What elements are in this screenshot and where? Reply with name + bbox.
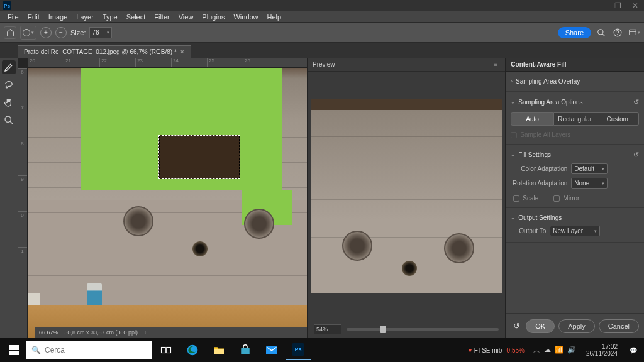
os-titlebar: Ps — ❐ ✕ <box>0 0 644 11</box>
sampling-custom[interactable]: Custom <box>596 112 639 126</box>
edge-icon[interactable] <box>180 340 205 360</box>
search-icon[interactable] <box>595 26 608 39</box>
preview-zoom-value[interactable]: 54% <box>314 324 341 334</box>
app-logo: Ps <box>3 1 11 10</box>
menu-bar: File Edit Image Layer Type Select Filter… <box>0 11 644 23</box>
panel-footer: ↺ OK Apply Cancel <box>506 313 644 338</box>
reset-icon[interactable]: ↺ <box>633 151 639 159</box>
menu-window[interactable]: Window <box>230 13 262 21</box>
panel-menu-icon[interactable]: ≡ <box>491 61 500 68</box>
menu-file[interactable]: File <box>4 13 23 21</box>
wifi-icon[interactable]: 📶 <box>555 346 564 355</box>
chevron-up-icon[interactable]: ︿ <box>533 346 540 355</box>
reset-icon[interactable]: ↺ <box>633 98 639 106</box>
maximize-button[interactable]: ❐ <box>611 1 624 10</box>
rot-adapt-dropdown[interactable]: None▾ <box>571 178 608 189</box>
output-settings-section[interactable]: ⌄Output Settings <box>511 212 639 224</box>
color-adapt-label: Color Adaptation <box>511 165 567 172</box>
fill-selection <box>158 135 240 179</box>
brush-size-input[interactable]: 76▾ <box>89 27 112 38</box>
menu-plugins[interactable]: Plugins <box>198 13 228 21</box>
fill-settings-section[interactable]: ⌄Fill Settings↺ <box>511 148 639 162</box>
document-tab[interactable]: Prato del Re_COTTAGE_012.jpeg @ 66,7% (R… <box>18 45 191 58</box>
system-tray[interactable]: ︿☁📶🔊 <box>531 346 579 355</box>
share-button[interactable]: Share <box>558 27 591 38</box>
sampling-options-section[interactable]: ⌄Sampling Area Options↺ <box>511 96 639 109</box>
svg-rect-9 <box>241 348 250 354</box>
menu-select[interactable]: Select <box>123 13 150 21</box>
apply-button[interactable]: Apply <box>558 319 595 333</box>
sampling-rect[interactable]: Rectangular <box>554 112 597 126</box>
menu-filter[interactable]: Filter <box>150 13 173 21</box>
output-to-dropdown[interactable]: New Layer▾ <box>550 226 600 236</box>
help-icon[interactable] <box>611 26 624 39</box>
menu-layer[interactable]: Layer <box>72 13 97 21</box>
stock-widget[interactable]: ▾ FTSE mib -0.55% <box>465 347 528 354</box>
svg-rect-5 <box>162 348 166 353</box>
canvas[interactable] <box>28 68 307 338</box>
svg-rect-6 <box>167 348 171 353</box>
sampling-overlay-section[interactable]: ›Sampling Area Overlay <box>511 75 639 87</box>
options-bar: ▾ + − Size: 76▾ Share ▾ <box>0 23 644 43</box>
close-tab-button[interactable]: × <box>180 48 184 55</box>
mirror-checkbox[interactable]: Mirror <box>553 193 579 204</box>
content-aware-panel: Content-Aware Fill ›Sampling Area Overla… <box>505 58 644 338</box>
preview-zoom-slider[interactable] <box>347 328 499 331</box>
size-label: Size: <box>70 29 86 36</box>
status-bar: 66.67% 50,8 cm x 33,87 cm (300 ppi) 〉 <box>35 327 307 338</box>
menu-help[interactable]: Help <box>264 13 286 21</box>
scale-checkbox[interactable]: Scale <box>513 193 538 204</box>
clock[interactable]: 17:02 26/11/2024 <box>581 343 623 357</box>
preview-title: Preview <box>313 61 335 68</box>
preview-panel: Preview ≡ 54% <box>307 58 505 338</box>
undo-button[interactable]: ↺ <box>511 321 522 332</box>
photoshop-taskbar-icon[interactable]: Ps <box>286 340 311 360</box>
output-to-label: Output To <box>511 228 546 234</box>
start-button[interactable] <box>3 340 25 360</box>
window-controls: — ❐ ✕ <box>594 1 641 10</box>
document-view[interactable]: 20212223242526 678901 66.67% 50,8 cm x 3… <box>18 58 307 338</box>
color-adapt-dropdown[interactable]: Default▾ <box>571 163 608 174</box>
svg-rect-8 <box>214 349 224 354</box>
menu-edit[interactable]: Edit <box>24 13 43 21</box>
tab-title: Prato del Re_COTTAGE_012.jpeg @ 66,7% (R… <box>24 48 177 55</box>
cancel-button[interactable]: Cancel <box>599 319 639 333</box>
brush-preset[interactable]: ▾ <box>20 26 36 40</box>
home-button[interactable] <box>4 26 16 39</box>
menu-view[interactable]: View <box>175 13 197 21</box>
cloud-icon[interactable]: ☁ <box>544 346 551 355</box>
lasso-tool[interactable] <box>2 78 16 92</box>
doc-dimensions: 50,8 cm x 33,87 cm (300 ppi) <box>65 329 138 336</box>
svg-point-0 <box>598 29 603 34</box>
sample-all-layers-checkbox: Sample All Layers <box>511 129 639 140</box>
windows-taskbar: 🔍Cerca Ps ▾ FTSE mib -0.55% ︿☁📶🔊 17:02 2… <box>0 338 644 362</box>
preview-image[interactable] <box>308 72 505 321</box>
store-icon[interactable] <box>233 340 258 360</box>
mail-icon[interactable] <box>259 340 284 360</box>
menu-image[interactable]: Image <box>45 13 72 21</box>
notifications-icon[interactable]: 💬 <box>625 340 641 360</box>
svg-point-4 <box>5 116 11 122</box>
subtract-from-sample-button[interactable]: − <box>55 27 67 38</box>
sampling-brush-tool[interactable] <box>2 60 16 74</box>
close-window-button[interactable]: ✕ <box>629 1 641 10</box>
document-tabs: Prato del Re_COTTAGE_012.jpeg @ 66,7% (R… <box>0 43 644 58</box>
tools-panel <box>0 58 18 338</box>
minimize-button[interactable]: — <box>594 1 606 10</box>
zoom-level[interactable]: 66.67% <box>39 329 58 336</box>
zoom-tool[interactable] <box>2 113 16 127</box>
taskbar-search[interactable]: 🔍Cerca <box>26 341 152 359</box>
hand-tool[interactable] <box>2 96 16 109</box>
preview-zoom: 54% <box>308 321 505 338</box>
panel-title: Content-Aware Fill <box>506 58 644 72</box>
add-to-sample-button[interactable]: + <box>40 27 52 38</box>
main-area: 20212223242526 678901 66.67% 50,8 cm x 3… <box>0 58 644 338</box>
sampling-auto[interactable]: Auto <box>511 112 554 126</box>
volume-icon[interactable]: 🔊 <box>567 346 576 355</box>
svg-rect-3 <box>629 30 636 35</box>
ok-button[interactable]: OK <box>526 319 555 333</box>
explorer-icon[interactable] <box>206 340 231 360</box>
workspace-icon[interactable]: ▾ <box>628 26 640 39</box>
task-view-icon[interactable] <box>153 340 179 360</box>
menu-type[interactable]: Type <box>99 13 121 21</box>
